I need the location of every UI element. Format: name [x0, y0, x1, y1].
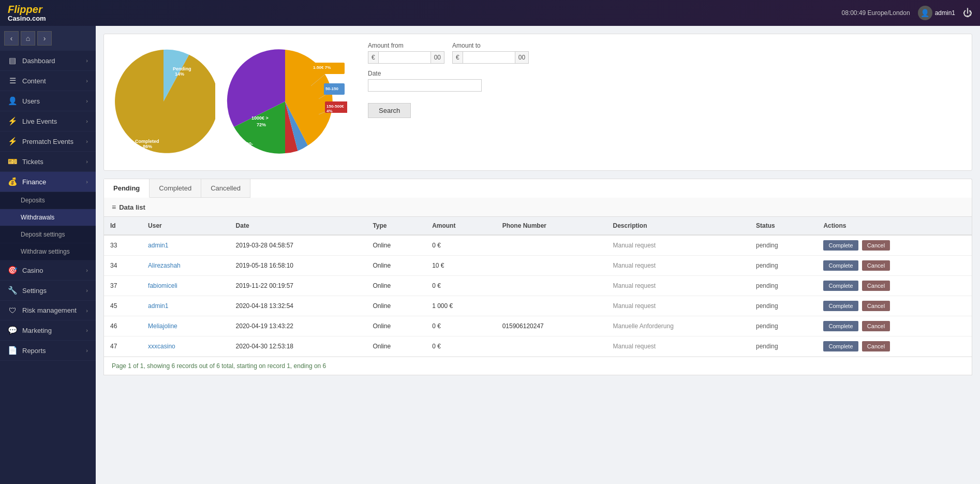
- cell-actions: Complete Cancel: [817, 235, 972, 256]
- cancel-button[interactable]: Cancel: [862, 341, 890, 351]
- sidebar-item-tickets[interactable]: 🎫 Tickets ›: [0, 152, 96, 172]
- amount-from-input[interactable]: [379, 52, 430, 63]
- complete-button[interactable]: Complete: [823, 301, 858, 311]
- complete-button[interactable]: Complete: [823, 240, 858, 251]
- currency-to-prefix: €: [453, 52, 463, 63]
- sidebar-item-users[interactable]: 👤 Users ›: [0, 91, 96, 111]
- table-row: 46 Meliajoline 2020-04-19 13:43:22 Onlin…: [104, 316, 972, 336]
- col-actions: Actions: [817, 217, 972, 235]
- sidebar-item-label: Risk management: [22, 306, 77, 314]
- sidebar-item-deposits[interactable]: Deposits: [0, 192, 96, 209]
- tab-cancelled[interactable]: Cancelled: [201, 179, 250, 198]
- svg-text:86%: 86%: [143, 144, 152, 149]
- date-label: Date: [368, 70, 964, 77]
- svg-text:Pending: Pending: [173, 66, 191, 71]
- cell-description: Manuelle Anforderung: [606, 316, 750, 336]
- finance-icon: 💰: [8, 177, 17, 186]
- topbar-user: 👤 admin1: [918, 6, 955, 20]
- sidebar-item-live-events[interactable]: ⚡ Live Events ›: [0, 111, 96, 131]
- cell-phone: [496, 256, 607, 276]
- status-pie-chart: Pending 14% Completed 86%: [112, 42, 215, 163]
- user-link[interactable]: Alirezashah: [148, 262, 181, 269]
- nav-back-button[interactable]: ‹: [4, 31, 19, 46]
- cell-user: Alirezashah: [142, 256, 230, 276]
- cancel-button[interactable]: Cancel: [862, 301, 890, 311]
- tab-pending[interactable]: Pending: [104, 179, 150, 198]
- col-description: Description: [606, 217, 750, 235]
- cell-id: 45: [104, 296, 142, 316]
- sidebar-item-marketing[interactable]: 💬 Marketing ›: [0, 320, 96, 341]
- logo: Flipper Casino.com: [8, 4, 46, 22]
- cell-status: pending: [750, 316, 817, 336]
- svg-text:14%: 14%: [175, 71, 184, 77]
- chevron-down-icon: ›: [86, 179, 88, 185]
- user-link[interactable]: fabiomiceli: [148, 282, 177, 289]
- sidebar-item-deposit-settings[interactable]: Deposit settings: [0, 226, 96, 243]
- sidebar-item-prematch-events[interactable]: ⚡ Prematch Events ›: [0, 131, 96, 152]
- table-row: 34 Alirezashah 2019-05-18 16:58:10 Onlin…: [104, 256, 972, 276]
- logout-icon[interactable]: ⏻: [963, 8, 972, 19]
- sidebar-item-withdraw-settings[interactable]: Withdraw settings: [0, 243, 96, 260]
- user-link[interactable]: Meliajoline: [148, 322, 177, 330]
- cell-amount: 0 €: [426, 336, 496, 357]
- cell-phone: 015906120247: [496, 316, 607, 336]
- cancel-button[interactable]: Cancel: [862, 321, 890, 331]
- col-user: User: [142, 217, 230, 235]
- cell-type: Online: [366, 336, 426, 357]
- complete-button[interactable]: Complete: [823, 260, 858, 271]
- svg-text:500-: 500-: [244, 141, 253, 146]
- sidebar-item-reports[interactable]: 📄 Reports ›: [0, 341, 96, 361]
- user-link[interactable]: admin1: [148, 242, 168, 249]
- chevron-right-icon: ›: [86, 118, 88, 124]
- username: admin1: [935, 9, 955, 17]
- amount-from-label: Amount from: [368, 42, 444, 49]
- cell-actions: Complete Cancel: [817, 316, 972, 336]
- cancel-button[interactable]: Cancel: [862, 240, 890, 251]
- cell-status: pending: [750, 336, 817, 357]
- sidebar-item-label: Reports: [22, 347, 46, 355]
- complete-button[interactable]: Complete: [823, 281, 858, 291]
- complete-button[interactable]: Complete: [823, 341, 858, 351]
- cancel-button[interactable]: Cancel: [862, 260, 890, 271]
- sidebar-item-label: Content: [22, 77, 46, 85]
- sidebar-item-settings[interactable]: 🔧 Settings ›: [0, 281, 96, 301]
- withdrawals-table: Id User Date Type Amount Phone Number De…: [104, 217, 972, 357]
- cell-date: 2020-04-19 13:43:22: [230, 316, 367, 336]
- main-layout: ‹ ⌂ › ▤ Dashboard › ☰ Content › 👤 Users …: [0, 26, 980, 484]
- sidebar-item-label: Dashboard: [22, 57, 55, 65]
- chevron-right-icon: ›: [86, 267, 88, 273]
- amount-to-label: Amount to: [452, 42, 529, 49]
- cell-type: Online: [366, 296, 426, 316]
- settings-icon: 🔧: [8, 286, 17, 295]
- nav-home-button[interactable]: ⌂: [21, 31, 35, 46]
- cell-type: Online: [366, 276, 426, 296]
- cell-user: admin1: [142, 235, 230, 256]
- sidebar-item-content[interactable]: ☰ Content ›: [0, 71, 96, 91]
- search-button[interactable]: Search: [368, 103, 411, 118]
- nav-forward-button[interactable]: ›: [37, 31, 52, 46]
- chevron-right-icon: ›: [86, 327, 88, 333]
- date-input[interactable]: [368, 79, 482, 92]
- sidebar-item-risk-management[interactable]: 🛡 Risk management ›: [0, 301, 96, 320]
- svg-text:50-150: 50-150: [325, 86, 338, 91]
- user-link[interactable]: xxxcasino: [148, 343, 175, 350]
- cancel-button[interactable]: Cancel: [862, 281, 890, 291]
- svg-text:72%: 72%: [257, 122, 266, 127]
- user-link[interactable]: admin1: [148, 302, 168, 310]
- cents-to-suffix: 00: [515, 52, 528, 63]
- top-panel: Pending 14% Completed 86%: [103, 34, 972, 171]
- chevron-right-icon: ›: [86, 307, 88, 314]
- tab-completed[interactable]: Completed: [150, 179, 201, 198]
- filters-area: Amount from € 00 Amount to €: [358, 42, 964, 118]
- sidebar-item-casino[interactable]: 🎯 Casino ›: [0, 260, 96, 281]
- amount-to-input[interactable]: [463, 52, 515, 63]
- sidebar-item-withdrawals[interactable]: Withdrawals: [0, 209, 96, 226]
- cell-description: Manual request: [606, 296, 750, 316]
- cell-description: Manual request: [606, 276, 750, 296]
- cell-status: pending: [750, 235, 817, 256]
- amount-from-group: Amount from € 00: [368, 42, 444, 64]
- complete-button[interactable]: Complete: [823, 321, 858, 331]
- sidebar-item-dashboard[interactable]: ▤ Dashboard ›: [0, 51, 96, 71]
- sidebar-item-label: Tickets: [22, 158, 43, 166]
- sidebar-item-finance[interactable]: 💰 Finance ›: [0, 172, 96, 192]
